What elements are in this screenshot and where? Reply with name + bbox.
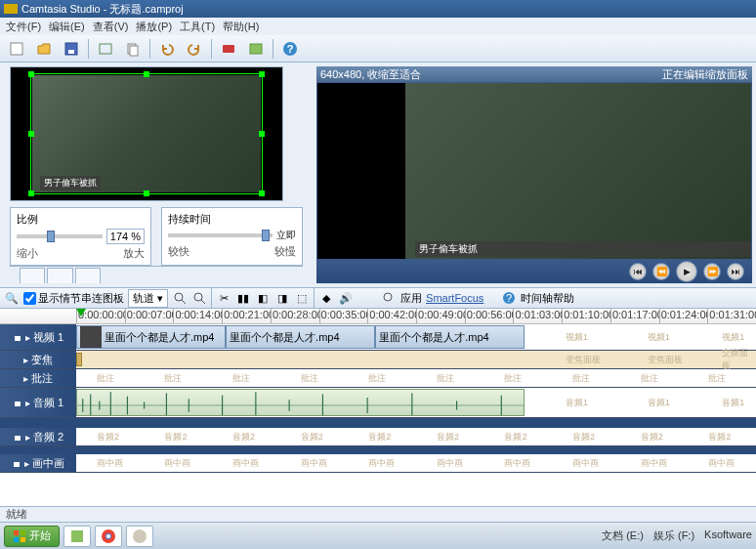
save-button[interactable] — [61, 38, 82, 60]
preview-resolution[interactable]: 640x480, 收缩至适合 — [320, 67, 421, 82]
menu-view[interactable]: 查看(V) — [91, 20, 131, 34]
track-body-zoom[interactable]: 变焦面板 变焦面板 交换面板 — [76, 351, 756, 368]
track-body-pip[interactable]: 画中画画中画画中画画中画画中画画中画画中画画中画画中画画中画 — [76, 454, 756, 472]
menu-edit[interactable]: 编辑(E) — [47, 20, 87, 34]
svg-point-44 — [106, 534, 110, 538]
svg-rect-7 — [250, 44, 262, 54]
track-head-zoom[interactable]: ▸变焦 — [0, 351, 76, 368]
time-ruler[interactable]: 0:00:00:00 0:00:07:00 0:00:14:00 0:00:21… — [0, 309, 756, 324]
crop-handle-tl[interactable] — [28, 71, 34, 77]
cut-button[interactable] — [95, 38, 116, 60]
apply-icon[interactable] — [381, 290, 397, 306]
track-body-video-1[interactable]: 里面个个都是人才.mp4 里面个个都是人才.mp4 里面个个都是人才.mp4 视… — [76, 324, 756, 350]
duration-slider[interactable] — [168, 233, 273, 237]
rewind-button[interactable]: ⏪ — [652, 263, 670, 280]
tray-item[interactable]: Ksoftware — [704, 528, 752, 543]
cut-timeline-icon[interactable]: ✂ — [216, 290, 231, 306]
crop-handle-lm[interactable] — [28, 131, 34, 137]
record-button[interactable] — [218, 38, 239, 60]
next-frame-button[interactable]: ⏭ — [727, 263, 744, 280]
copy-button[interactable] — [122, 38, 144, 60]
crop-rectangle[interactable] — [30, 73, 263, 194]
produce-button[interactable] — [245, 38, 267, 60]
crop-handle-br[interactable] — [259, 190, 265, 196]
track-head-pip[interactable]: ▸画中画 — [0, 454, 76, 472]
volume-icon[interactable]: 🔊 — [338, 290, 354, 306]
svg-point-10 — [175, 293, 183, 301]
tab-placeholder-2[interactable] — [47, 268, 72, 283]
timeline-zoom-out-icon[interactable]: 🔍 — [4, 290, 20, 306]
redo-button[interactable] — [184, 38, 205, 60]
help-button[interactable]: ? — [279, 38, 301, 60]
ghost-label: 视频1 — [648, 331, 670, 344]
track-label: 音频 2 — [33, 430, 63, 444]
preview-canvas[interactable]: 男子偷车被抓 — [316, 82, 752, 260]
zoom-value[interactable]: 174 % — [106, 229, 145, 244]
track-head-video-1[interactable]: ▸视频 1 — [0, 324, 76, 350]
track-body-audio-2[interactable]: 音频2音频2音频2音频2音频2音频2音频2音频2音频2音频2 — [76, 428, 756, 445]
menu-help[interactable]: 帮助(H) — [221, 20, 261, 34]
ghost-label: 批注 — [437, 372, 454, 385]
taskbar-app-2[interactable] — [126, 526, 153, 547]
zoom-slider-thumb[interactable] — [47, 231, 55, 242]
duration-slider-thumb[interactable] — [262, 230, 270, 241]
audio-clip[interactable] — [76, 389, 525, 416]
tray-item[interactable]: 娱乐 (F:) — [653, 528, 694, 543]
apply-label[interactable]: 应用 — [400, 291, 422, 306]
crop-handle-bm[interactable] — [144, 190, 149, 196]
forward-button[interactable]: ⏩ — [703, 263, 721, 280]
track-head-audio-1[interactable]: ▸音频 1 — [0, 388, 76, 417]
menu-tools[interactable]: 工具(T) — [178, 20, 217, 34]
track-dropdown[interactable]: 轨道 ▾ — [128, 289, 168, 308]
lock-icon[interactable] — [13, 398, 22, 407]
zoom-slider[interactable] — [17, 234, 103, 238]
storyboard-checkbox[interactable] — [23, 292, 36, 305]
marker-icon[interactable]: ◆ — [318, 290, 334, 306]
start-button[interactable]: 开始 — [4, 526, 60, 547]
zoom-in-icon[interactable] — [172, 290, 188, 306]
zoom-keyframe[interactable] — [76, 353, 82, 366]
crop-canvas[interactable]: 男子偷车被抓 — [10, 66, 283, 201]
tab-placeholder-1[interactable] — [20, 268, 45, 283]
track-label: 批注 — [31, 371, 53, 386]
taskbar-chrome[interactable] — [95, 526, 122, 547]
crop-handle-tr[interactable] — [259, 71, 265, 77]
playhead[interactable] — [76, 309, 86, 317]
prev-frame-button[interactable]: ⏮ — [629, 263, 647, 280]
play-button[interactable]: ▶ — [676, 261, 697, 282]
video-clip[interactable]: 里面个个都是人才.mp4 — [375, 325, 525, 349]
lock-icon[interactable] — [12, 458, 21, 468]
track-body-audio-1[interactable]: 音频1 音频1 音频1 — [76, 388, 756, 417]
track-body-callout[interactable]: 批注批注批注批注批注批注批注批注批注批注 — [76, 369, 756, 387]
tool-icon-1[interactable]: ◧ — [255, 290, 271, 306]
lock-icon[interactable] — [13, 432, 22, 442]
track-zoom: ▸变焦 变焦面板 变焦面板 交换面板 — [0, 351, 756, 369]
track-head-callout[interactable]: ▸批注 — [0, 369, 76, 387]
help-icon[interactable]: ? — [501, 290, 517, 306]
video-clip[interactable]: 里面个个都是人才.mp4 — [76, 325, 226, 349]
crop-handle-bl[interactable] — [28, 190, 34, 196]
crop-handle-tm[interactable] — [144, 71, 149, 77]
storyboard-toggle[interactable]: 显示情节串连图板 — [23, 291, 124, 306]
lock-icon[interactable] — [13, 332, 22, 342]
taskbar-app-1[interactable] — [63, 526, 91, 547]
tray-item[interactable]: 文档 (E:) — [602, 528, 644, 543]
tool-icon-3[interactable]: ⬚ — [294, 290, 310, 306]
menu-play[interactable]: 播放(P) — [134, 20, 174, 34]
tool-icon-2[interactable]: ◨ — [274, 290, 290, 306]
svg-rect-39 — [14, 537, 19, 542]
track-head-audio-2[interactable]: ▸音频 2 — [0, 428, 76, 445]
menu-file[interactable]: 文件(F) — [4, 20, 43, 34]
status-text: 就绪 — [6, 507, 27, 522]
video-clip[interactable]: 里面个个都是人才.mp4 — [226, 325, 375, 349]
timeline-help-label[interactable]: 时间轴帮助 — [521, 291, 574, 306]
ghost-label: 画中画 — [97, 457, 123, 470]
crop-handle-rm[interactable] — [259, 131, 265, 137]
undo-button[interactable] — [156, 38, 178, 60]
smartfocus-label[interactable]: SmartFocus — [426, 292, 483, 304]
zoom-out-icon[interactable] — [191, 290, 207, 306]
open-button[interactable] — [33, 38, 55, 60]
split-icon[interactable]: ▮▮ — [235, 290, 251, 306]
tab-placeholder-3[interactable] — [75, 268, 101, 283]
new-button[interactable] — [6, 38, 27, 60]
